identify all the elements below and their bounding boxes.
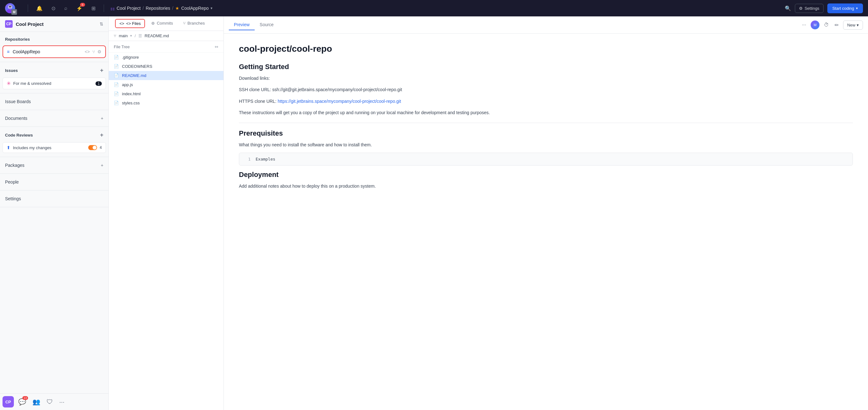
- issue-boards-title[interactable]: Issue Boards: [0, 96, 108, 107]
- file-list: 📄 .gitignore 📄 CODEOWNERS 📄 README.md 📄 …: [109, 53, 223, 410]
- file-item-readme[interactable]: 📄 README.md: [109, 71, 223, 80]
- issues-section: Issues + ✳ For me & unresolved 1: [0, 62, 108, 93]
- repo-actions: <> ⑂ ⚙: [85, 49, 101, 54]
- packages-add-icon[interactable]: +: [101, 163, 103, 168]
- new-button[interactable]: New ▾: [843, 21, 863, 30]
- breadcrumb-project[interactable]: Cool Project: [117, 6, 141, 11]
- settings-sidebar-title[interactable]: Settings: [0, 193, 108, 204]
- issues-add-icon[interactable]: +: [100, 67, 103, 74]
- code-block: 1 Examples: [239, 153, 853, 166]
- start-coding-label: Start coding: [832, 6, 854, 11]
- file-item-appjs[interactable]: 📄 app.js: [109, 80, 223, 89]
- file-item-codeowners[interactable]: 📄 CODEOWNERS: [109, 62, 223, 71]
- chat-icon[interactable]: 💬 13: [17, 396, 28, 408]
- issue-asterisk-icon: ✳: [7, 81, 11, 86]
- readme-download: Download links:: [239, 75, 853, 82]
- cp-badge[interactable]: CP: [2, 396, 14, 408]
- people-title[interactable]: People: [0, 176, 108, 188]
- right-panel: Preview Source ··· M ⏱ ✏ New ▾ cool-proj…: [224, 17, 868, 410]
- help-icon[interactable]: ⊙: [50, 3, 57, 13]
- issue-item[interactable]: ✳ For me & unresolved 1: [2, 78, 106, 89]
- branches-icon: ⑂: [183, 21, 186, 26]
- shield-icon[interactable]: 🛡: [45, 397, 55, 408]
- tab-files[interactable]: <> <> Files: [115, 19, 145, 28]
- start-coding-button[interactable]: Start coding ▾: [827, 3, 863, 13]
- start-coding-chevron-icon: ▾: [856, 6, 858, 10]
- more-options-button[interactable]: ···: [801, 21, 807, 29]
- readme-https: HTTPS clone URL: https://git.jetbrains.s…: [239, 98, 853, 105]
- tab-commits[interactable]: ⊚ Commits: [146, 17, 178, 31]
- packages-title[interactable]: Packages +: [0, 159, 108, 171]
- left-sidebar: CP Cool Project ⇅ Repositories ≡ CoolApp…: [0, 17, 109, 410]
- file-name: .gitignore: [122, 55, 139, 60]
- more-icon[interactable]: ···: [57, 397, 66, 408]
- file-item-gitignore[interactable]: 📄 .gitignore: [109, 53, 223, 62]
- readme-h-getting-started: Getting Started: [239, 63, 853, 71]
- file-icon: 📄: [114, 64, 119, 69]
- settings-button[interactable]: ⚙ Settings: [795, 4, 824, 13]
- history-button[interactable]: ⏱: [823, 21, 830, 29]
- code-reviews-title[interactable]: Code Reviews +: [0, 129, 108, 141]
- edit-button[interactable]: ✏: [833, 21, 840, 29]
- add-icon[interactable]: ⊞: [90, 3, 97, 13]
- breadcrumb-repositories[interactable]: Repositories: [146, 6, 170, 11]
- file-icon: 📄: [114, 73, 119, 78]
- content-tabs: Preview Source: [229, 20, 279, 30]
- file-name: app.js: [122, 82, 133, 87]
- breadcrumb-sep1: /: [143, 6, 144, 11]
- repositories-section-title[interactable]: Repositories: [0, 34, 108, 44]
- file-name: README.md: [122, 73, 146, 78]
- code-reviews-section: Code Reviews + ⬆ Includes my changes 4: [0, 127, 108, 157]
- path-icon: ☰: [138, 33, 142, 38]
- breadcrumb-chevron-icon: ▾: [211, 6, 212, 10]
- readme-deployment-text: Add additional notes about how to deploy…: [239, 183, 853, 189]
- file-tree-header: File Tree ⇔: [109, 41, 223, 53]
- branch-bar: ⑂ main ▾ / ☰ README.md: [109, 31, 223, 41]
- file-icon: 📄: [114, 100, 119, 105]
- top-nav-right: 🔍 ⚙ Settings Start coding ▾: [785, 3, 863, 13]
- fork-icon[interactable]: ⑂: [92, 49, 95, 54]
- branch-chevron-icon[interactable]: ▾: [130, 34, 132, 38]
- file-tree-toggle-icon[interactable]: ⇔: [215, 44, 218, 49]
- project-title: Cool Project: [16, 22, 96, 27]
- https-url[interactable]: https://git.jetbrains.space/mycompany/co…: [278, 99, 401, 104]
- cr-toggle[interactable]: [88, 145, 97, 150]
- team-icon[interactable]: 👥: [31, 396, 42, 408]
- settings-repo-icon[interactable]: ⚙: [97, 49, 101, 54]
- settings-section: Settings: [0, 191, 108, 207]
- breadcrumb-sep2: /: [172, 6, 173, 11]
- tab-preview[interactable]: Preview: [229, 20, 255, 30]
- svg-point-3: [9, 6, 10, 7]
- notification-icon[interactable]: 🔔: [34, 3, 44, 13]
- file-icon: 📄: [114, 55, 119, 60]
- top-nav: M 🔔 ⊙ ⌕ ⚡ 5 ⊞ ⚏ Cool Project / Repositor…: [0, 0, 868, 17]
- path-separator: /: [134, 33, 136, 38]
- search-icon[interactable]: 🔍: [785, 5, 791, 11]
- toolbar-actions: ··· M ⏱ ✏ New ▾: [801, 21, 863, 30]
- code-icon[interactable]: <>: [85, 49, 90, 54]
- file-item-indexhtml[interactable]: 📄 index.html: [109, 89, 223, 98]
- issues-section-title[interactable]: Issues +: [0, 65, 108, 76]
- chat-badge: 13: [22, 396, 28, 400]
- cr-item[interactable]: ⬆ Includes my changes 4: [2, 142, 106, 153]
- files-code-icon: <>: [120, 21, 124, 26]
- file-name: CODEOWNERS: [122, 64, 152, 69]
- lightning-badge: 5: [80, 3, 85, 7]
- filter-icon[interactable]: ⇅: [100, 22, 103, 27]
- repo-item-coolapp[interactable]: ≡ CoolAppRepo <> ⑂ ⚙: [2, 46, 106, 58]
- search-top-icon[interactable]: ⌕: [62, 3, 69, 13]
- readme-h-deployment: Deployment: [239, 171, 853, 179]
- user-avatar-sm: M: [811, 21, 819, 29]
- documents-title[interactable]: Documents +: [0, 113, 108, 124]
- file-name: index.html: [122, 91, 141, 96]
- m-badge: M: [11, 5, 22, 15]
- repo-tabs: <> <> Files ⊚ Commits ⑂ Branches: [109, 17, 223, 31]
- branch-name[interactable]: main: [119, 33, 128, 38]
- file-item-stylescss[interactable]: 📄 styles.css: [109, 98, 223, 108]
- tab-source[interactable]: Source: [255, 20, 279, 30]
- cr-add-icon[interactable]: +: [100, 132, 103, 139]
- tab-branches[interactable]: ⑂ Branches: [178, 17, 210, 31]
- documents-add-icon[interactable]: +: [101, 116, 103, 121]
- breadcrumb-repo[interactable]: CoolAppRepo: [181, 6, 209, 11]
- file-name: styles.css: [122, 100, 140, 105]
